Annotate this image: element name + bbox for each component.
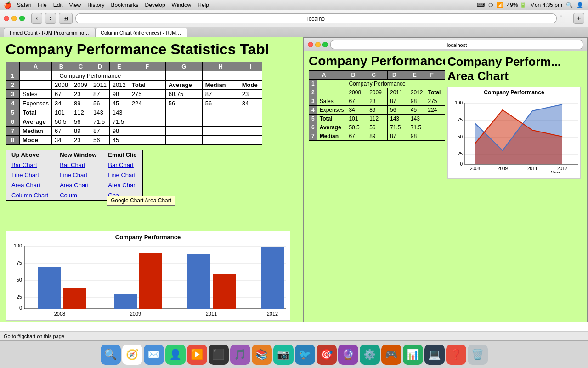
svg-text:2012: 2012: [267, 311, 278, 316]
nav-areachart-3[interactable]: Area Chart: [102, 180, 143, 190]
nav-link-barchart-1[interactable]: Bar Chart: [11, 161, 37, 168]
back-button[interactable]: ‹: [31, 13, 42, 24]
menu-edit[interactable]: Edit: [53, 2, 63, 8]
sw-row-5: 5: [309, 115, 317, 123]
dock-youtube-icon[interactable]: ▶️: [187, 345, 207, 365]
cell-1-a: [20, 71, 52, 80]
cell-1-i: [239, 71, 262, 80]
row-2: 2: [6, 80, 20, 90]
menu-bookmarks[interactable]: Bookmarks: [111, 2, 139, 8]
area-chart-title: Company Performance: [450, 89, 578, 96]
nav-columnchart-2[interactable]: Colum: [54, 190, 102, 201]
menu-file[interactable]: File: [38, 2, 46, 8]
nav-link-linechart-3[interactable]: Line Chart: [108, 172, 136, 178]
menu-window[interactable]: Window: [172, 2, 192, 8]
sw-address-bar[interactable]: localhost: [330, 40, 583, 49]
nav-barchart-3[interactable]: Bar Chart: [102, 160, 143, 170]
nav-linechart-1[interactable]: Line Chart: [6, 170, 54, 180]
minimize-button[interactable]: [11, 16, 17, 21]
dock-app-icon-3[interactable]: ⚙️: [360, 345, 380, 365]
tab-2[interactable]: Column Chart (differences) - RJM Prog...: [96, 28, 187, 37]
tab-1[interactable]: Timed Count - RJM Programming - December…: [4, 28, 96, 37]
sw-cell-6d: 71.5: [387, 123, 408, 132]
cell-2-g: Average: [165, 80, 202, 90]
dock-app-icon-6[interactable]: 💻: [424, 345, 445, 365]
dock-app-icon-7[interactable]: ❓: [446, 345, 466, 365]
bar-2012-sales: [261, 247, 284, 309]
dock-twitter-icon[interactable]: 🐦: [295, 345, 315, 365]
menu-history[interactable]: History: [87, 2, 104, 8]
svg-text:100: 100: [455, 100, 463, 105]
dock-app-icon-4[interactable]: 🎮: [381, 345, 401, 365]
sw-cell-7c: 89: [367, 132, 388, 141]
menu-help[interactable]: Help: [198, 2, 209, 8]
traffic-lights: [4, 16, 25, 21]
menu-account-icon[interactable]: 👤: [577, 2, 583, 8]
address-bar[interactable]: localho: [75, 13, 557, 23]
dock-app-icon-1[interactable]: 🎯: [317, 345, 337, 365]
dock-book-icon[interactable]: 📚: [252, 345, 272, 365]
sw-cell-6c: 56: [367, 123, 388, 132]
dock-trash-icon[interactable]: 🗑️: [468, 345, 488, 365]
nav-link-areachart-2[interactable]: Area Chart: [60, 182, 89, 189]
dock-terminal-icon[interactable]: ⬛: [209, 345, 229, 365]
sw-cell-2a: [317, 88, 346, 97]
nav-link-columnchart-2[interactable]: Colum: [60, 192, 77, 199]
forward-button[interactable]: ›: [45, 13, 56, 24]
nav-link-barchart-3[interactable]: Bar Chart: [108, 161, 134, 168]
cell-3-b: 67: [52, 90, 71, 99]
status-bar: Go to #igchart on this page: [0, 331, 588, 340]
svg-text:50: 50: [17, 277, 22, 282]
nav-barchart-2[interactable]: Bar Chart: [54, 160, 102, 170]
sw-cell-5e: 143: [408, 115, 425, 123]
nav-link-linechart-2[interactable]: Line Chart: [60, 172, 87, 178]
dock-app-icon-2[interactable]: 🔮: [338, 345, 358, 365]
nav-link-areachart-1[interactable]: Area Chart: [11, 182, 40, 189]
nav-areachart-2[interactable]: Area Chart: [54, 180, 102, 190]
dock-contacts-icon[interactable]: 👤: [165, 345, 186, 365]
sw-maximize-btn[interactable]: [322, 42, 328, 47]
new-tab-button[interactable]: +: [573, 13, 584, 24]
menu-search-icon[interactable]: 🔍: [566, 2, 573, 8]
nav-link-columnchart-1[interactable]: Column Chart: [11, 192, 48, 199]
menu-view[interactable]: View: [69, 2, 81, 8]
svg-text:2011: 2011: [206, 311, 217, 316]
dock-music-icon[interactable]: 🎵: [230, 345, 250, 365]
nav-link-linechart-1[interactable]: Line Chart: [11, 172, 39, 178]
nav-columnchart-1[interactable]: Column Chart: [6, 190, 54, 201]
sw-right-section: Company Perform...Area Chart Company Per…: [445, 52, 587, 182]
maximize-button[interactable]: [19, 16, 25, 21]
apple-menu[interactable]: 🍎: [4, 1, 11, 9]
menu-clock: Mon 4:35 pm: [530, 2, 562, 8]
cell-7-e: 98: [109, 126, 129, 136]
sw-minimize-btn[interactable]: [315, 42, 321, 47]
row-6: 6: [6, 117, 20, 126]
bar-2009-sales: [114, 294, 137, 309]
dock-facetime-icon[interactable]: 📷: [273, 345, 294, 365]
bar-chart-container: Company Performance 100 75 50 25 0: [6, 231, 290, 321]
dock-finder-icon[interactable]: 🔍: [101, 345, 121, 365]
show-tab-button[interactable]: ⊞: [59, 13, 73, 24]
nav-link-barchart-2[interactable]: Bar Chart: [60, 161, 85, 168]
dock-safari-icon[interactable]: 🧭: [122, 345, 142, 365]
cell-6-b: 50.5: [52, 117, 71, 126]
menu-bluetooth-icon: ⬡: [488, 2, 493, 8]
nav-areachart-1[interactable]: Area Chart: [6, 180, 54, 190]
nav-barchart-1[interactable]: Bar Chart: [6, 160, 54, 170]
sw-row-7: 7: [309, 132, 317, 141]
cell-8-h: [202, 136, 239, 145]
sw-close-btn[interactable]: [308, 42, 313, 47]
close-button[interactable]: [4, 16, 9, 21]
nav-link-areachart-3[interactable]: Area Chart: [108, 182, 137, 189]
tooltip-text: Google Chart Area Chart: [111, 197, 171, 204]
nav-linechart-2[interactable]: Line Chart: [54, 170, 102, 180]
menu-safari[interactable]: Safari: [17, 2, 31, 8]
sw-cell-4b: 34: [346, 106, 367, 115]
menu-bar: 🍎 Safari File Edit View History Bookmark…: [0, 0, 588, 10]
nav-linechart-3[interactable]: Line Chart: [102, 170, 143, 180]
dock-app-icon-5[interactable]: 📊: [403, 345, 423, 365]
share-button[interactable]: ↑: [560, 13, 571, 24]
menu-items: Safari File Edit View History Bookmarks …: [17, 2, 209, 8]
menu-develop[interactable]: Develop: [145, 2, 165, 8]
dock-mail-icon[interactable]: ✉️: [144, 345, 164, 365]
